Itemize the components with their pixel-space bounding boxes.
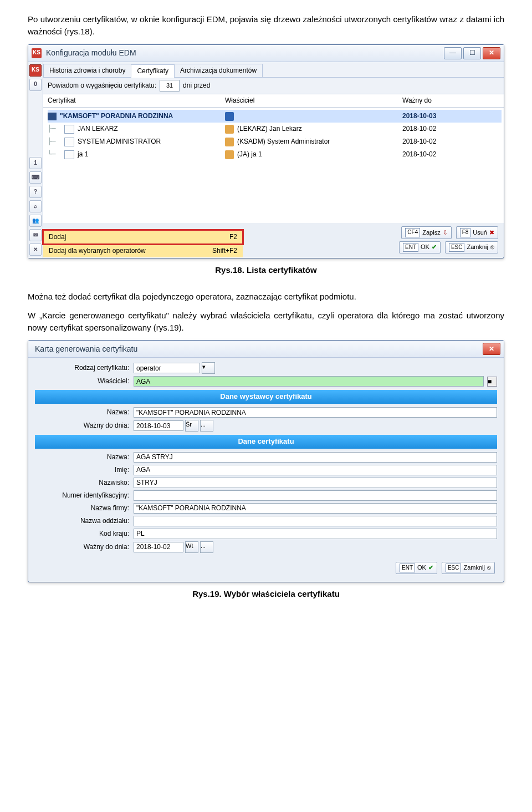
table-row[interactable]: ├─JAN LEKARZ (LEKARZ) Jan Lekarz 2018-10… (48, 123, 502, 135)
label-owner: Właściciel: (35, 377, 134, 386)
titlebar: Karta generowania certyfikatu ✕ (28, 341, 504, 358)
sidebar-close-icon[interactable]: ✕ (29, 243, 42, 256)
owner-org-icon (225, 112, 234, 121)
issuer-valid-input[interactable] (134, 420, 183, 431)
notify-suffix: dni przed (183, 81, 210, 90)
maximize-button[interactable]: ☐ (463, 47, 481, 59)
ok-button[interactable]: ENTOK✔ (399, 241, 441, 254)
company-input[interactable] (134, 503, 497, 514)
exit-icon: ⎋ (490, 243, 494, 252)
label-first: Imię: (35, 465, 134, 475)
last-name-input[interactable] (134, 478, 497, 488)
issuer-dow-button[interactable]: Śr (185, 420, 198, 432)
ok-button[interactable]: ENTOK✔ (396, 562, 437, 575)
table-header: Certyfikat Właściciel Ważny do (43, 94, 504, 108)
mid-text-1: Można też dodać certyfikat dla pojedyncz… (28, 291, 504, 303)
label-cert-name: Nazwa: (35, 453, 134, 462)
tab-certs[interactable]: Certyfikaty (131, 64, 175, 78)
label-country: Kod kraju: (35, 529, 134, 539)
table-row[interactable]: "KAMSOFT" PORADNIA RODZINNA 2018-10-03 (48, 110, 502, 123)
intro-text: Po utworzeniu certyfikatów, w oknie konf… (28, 13, 504, 38)
country-input[interactable] (134, 529, 497, 539)
cert-section-header: Dane certyfikatu (35, 435, 497, 449)
valid-date: 2018-10-03 (402, 111, 469, 121)
app-icon: KS (32, 48, 42, 58)
owner-input[interactable] (134, 376, 484, 387)
sidebar-zero-button[interactable]: 0 (29, 79, 42, 91)
sidebar-one-button[interactable]: 1 (29, 157, 42, 169)
idnum-input[interactable] (134, 490, 497, 501)
label-dept: Nazwa oddziału: (35, 516, 134, 526)
tab-history[interactable]: Historia zdrowia i choroby (43, 64, 131, 77)
kind-select[interactable] (134, 363, 200, 373)
cert-leaf-icon (64, 138, 74, 146)
cert-dow-button[interactable]: Wt (185, 541, 198, 553)
sidebar-people-icon[interactable]: 👥 (29, 215, 42, 227)
valid-date: 2018-10-02 (402, 137, 469, 146)
context-add-key: F2 (229, 232, 237, 242)
col-owner: Właściciel (225, 96, 402, 105)
issuer-date-picker[interactable]: ... (200, 420, 213, 432)
owner-user-icon (225, 125, 234, 134)
exit-icon: ⎋ (487, 564, 491, 572)
cert-name-input[interactable] (134, 452, 497, 463)
cert-date-picker[interactable]: ... (200, 541, 213, 553)
context-add-multi-key: Shift+F2 (212, 246, 237, 256)
cert-name: "KAMSOFT" PORADNIA RODZINNA (60, 111, 173, 121)
cert-leaf-icon (64, 150, 74, 159)
cert-name: SYSTEM ADMINISTRATOR (78, 137, 161, 146)
cert-valid-input[interactable] (134, 542, 183, 552)
col-cert: Certyfikat (48, 96, 225, 105)
titlebar: KS Konfiguracja modułu EDM — ☐ ✕ (28, 45, 504, 62)
owner-user-icon (225, 138, 234, 146)
close-button[interactable]: ✕ (483, 343, 500, 355)
tab-arch[interactable]: Archiwizacja dokumentów (174, 64, 263, 77)
sidebar-help-icon[interactable]: ? (29, 186, 42, 198)
sidebar-search-icon[interactable]: ⌕ (29, 200, 42, 212)
ok-icon: ✔ (428, 564, 433, 572)
sidebar-calc-icon[interactable]: ⌨ (29, 171, 42, 184)
close-button[interactable]: ✕ (483, 47, 500, 59)
label-cert-valid: Ważny do dnia: (35, 542, 134, 552)
label-kind: Rodzaj certyfikatu: (35, 363, 134, 373)
delete-icon: ✖ (489, 229, 494, 237)
table-row[interactable]: ├─SYSTEM ADMINISTRATOR (KSADM) System Ad… (48, 135, 502, 148)
context-add-multi-label: Dodaj dla wybranych operatorów (49, 246, 146, 256)
issuer-section-header: Dane wystawcy certyfikatu (35, 390, 497, 404)
notify-label: Powiadom o wygaśnięciu certyfikatu: (48, 81, 156, 90)
notify-row: Powiadom o wygaśnięciu certyfikatu: dni … (43, 78, 504, 94)
minimize-button[interactable]: — (444, 47, 462, 59)
context-add-label: Dodaj (49, 232, 66, 242)
config-window: KS Konfiguracja modułu EDM — ☐ ✕ KS 0 1 … (28, 44, 504, 259)
sidebar-ks-icon[interactable]: KS (29, 64, 42, 77)
label-last: Nazwisko: (35, 478, 134, 488)
owner-name: (JA) ja 1 (237, 150, 262, 159)
dept-input[interactable] (134, 516, 497, 526)
owner-name: (LEKARZ) Jan Lekarz (237, 124, 302, 134)
close-window-button[interactable]: ESCZamknij⎋ (445, 241, 498, 254)
mid-text-2: W „Karcie generowanego certyfikatu" nale… (28, 309, 504, 334)
label-idnum: Numer identyfikacyjny: (35, 491, 134, 500)
delete-button[interactable]: F8Usuń✖ (456, 226, 498, 239)
cert-name: JAN LEKARZ (78, 124, 118, 134)
label-issuer-name: Nazwa: (35, 408, 134, 417)
dropdown-icon[interactable]: ▾ (202, 362, 215, 374)
close-window-button[interactable]: ESCZamknij⎋ (442, 562, 495, 575)
tabs: Historia zdrowia i choroby Certyfikaty A… (43, 62, 504, 78)
save-icon: ⇩ (443, 229, 448, 237)
owner-picker-button[interactable]: ■ (487, 377, 497, 387)
window-title: Karta generowania certyfikatu (32, 343, 481, 354)
cert-name: ja 1 (78, 150, 88, 159)
notify-days-input[interactable] (160, 80, 180, 92)
cert-root-icon (48, 113, 57, 120)
first-name-input[interactable] (134, 465, 497, 475)
save-button[interactable]: CF4Zapisz⇩ (401, 226, 451, 239)
context-add-multi[interactable]: Dodaj dla wybranych operatorów Shift+F2 (43, 244, 243, 257)
label-company: Nazwa firmy: (35, 504, 134, 513)
table-row[interactable]: └─ja 1 (JA) ja 1 2018-10-02 (48, 148, 502, 161)
sidebar-mail-icon[interactable]: ✉ (29, 229, 42, 241)
owner-user-icon (225, 150, 234, 159)
context-add[interactable]: Dodaj F2 (43, 230, 243, 243)
window-title: Konfiguracja modułu EDM (46, 47, 442, 58)
issuer-name-input[interactable] (134, 407, 497, 418)
